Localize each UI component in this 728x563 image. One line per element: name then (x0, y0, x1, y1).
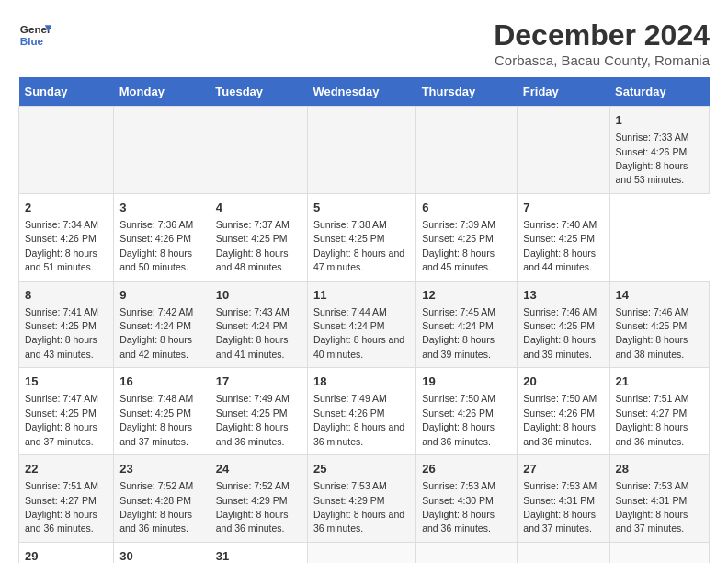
calendar-cell-day-30: 30Sunrise: 7:54 AMSunset: 4:33 PMDayligh… (114, 542, 210, 563)
header-day-monday: Monday (114, 77, 210, 107)
calendar-cell-day-24: 24Sunrise: 7:52 AMSunset: 4:29 PMDayligh… (210, 455, 307, 543)
calendar-cell-empty (416, 107, 518, 194)
calendar-cell-day-31: 31Sunrise: 7:54 AMSunset: 4:34 PMDayligh… (210, 542, 307, 563)
calendar-cell-empty (609, 542, 710, 563)
logo-icon: General Blue (18, 18, 51, 52)
calendar-cell-day-29: 29Sunrise: 7:54 AMSunset: 4:32 PMDayligh… (19, 542, 114, 563)
calendar-cell-empty (114, 107, 210, 194)
calendar-row: 15Sunrise: 7:47 AMSunset: 4:25 PMDayligh… (19, 368, 710, 455)
calendar-cell-day-26: 26Sunrise: 7:53 AMSunset: 4:30 PMDayligh… (416, 455, 518, 543)
calendar-row: 1Sunrise: 7:33 AMSunset: 4:26 PMDaylight… (19, 107, 710, 194)
calendar-cell-day-17: 17Sunrise: 7:49 AMSunset: 4:25 PMDayligh… (210, 368, 307, 455)
logo: General Blue (18, 18, 51, 52)
calendar-row: 8Sunrise: 7:41 AMSunset: 4:25 PMDaylight… (19, 281, 710, 368)
calendar-cell-empty (307, 542, 415, 563)
calendar-cell-empty (307, 107, 415, 194)
calendar-cell-day-9: 9Sunrise: 7:42 AMSunset: 4:24 PMDaylight… (114, 281, 210, 368)
page-title: December 2024 (494, 18, 710, 52)
calendar-cell-day-8: 8Sunrise: 7:41 AMSunset: 4:25 PMDaylight… (19, 281, 114, 368)
calendar-cell-day-2: 2Sunrise: 7:34 AMSunset: 4:26 PMDaylight… (19, 193, 114, 281)
calendar-cell-day-28: 28Sunrise: 7:53 AMSunset: 4:31 PMDayligh… (609, 455, 710, 543)
page-subtitle: Corbasca, Bacau County, Romania (494, 52, 710, 68)
calendar-cell-day-7: 7Sunrise: 7:40 AMSunset: 4:25 PMDaylight… (518, 193, 609, 281)
header-day-thursday: Thursday (416, 77, 518, 107)
calendar-cell-day-4: 4Sunrise: 7:37 AMSunset: 4:25 PMDaylight… (210, 193, 307, 281)
svg-text:Blue: Blue (20, 35, 44, 47)
header-day-friday: Friday (518, 77, 609, 107)
header-day-saturday: Saturday (609, 77, 710, 107)
header-day-tuesday: Tuesday (210, 77, 307, 107)
calendar-row: 2Sunrise: 7:34 AMSunset: 4:26 PMDaylight… (19, 193, 710, 281)
header-day-sunday: Sunday (19, 77, 114, 107)
svg-text:General: General (20, 23, 51, 35)
calendar-cell-empty (210, 107, 307, 194)
calendar-cell-empty (518, 542, 609, 563)
calendar-cell-day-16: 16Sunrise: 7:48 AMSunset: 4:25 PMDayligh… (114, 368, 210, 455)
calendar-cell-day-18: 18Sunrise: 7:49 AMSunset: 4:26 PMDayligh… (307, 368, 415, 455)
calendar-row: 29Sunrise: 7:54 AMSunset: 4:32 PMDayligh… (19, 542, 710, 563)
calendar-cell-day-22: 22Sunrise: 7:51 AMSunset: 4:27 PMDayligh… (19, 455, 114, 543)
calendar-cell-day-15: 15Sunrise: 7:47 AMSunset: 4:25 PMDayligh… (19, 368, 114, 455)
calendar-cell-day-12: 12Sunrise: 7:45 AMSunset: 4:24 PMDayligh… (416, 281, 518, 368)
calendar-cell-day-5: 5Sunrise: 7:38 AMSunset: 4:25 PMDaylight… (307, 193, 415, 281)
calendar-cell-day-25: 25Sunrise: 7:53 AMSunset: 4:29 PMDayligh… (307, 455, 415, 543)
header-day-wednesday: Wednesday (307, 77, 415, 107)
calendar-cell-day-3: 3Sunrise: 7:36 AMSunset: 4:26 PMDaylight… (114, 193, 210, 281)
calendar-cell-day-27: 27Sunrise: 7:53 AMSunset: 4:31 PMDayligh… (518, 455, 609, 543)
calendar-cell-day-1: 1Sunrise: 7:33 AMSunset: 4:26 PMDaylight… (609, 107, 710, 194)
calendar-cell-day-14: 14Sunrise: 7:46 AMSunset: 4:25 PMDayligh… (609, 281, 710, 368)
calendar-cell-day-23: 23Sunrise: 7:52 AMSunset: 4:28 PMDayligh… (114, 455, 210, 543)
calendar-cell-empty (518, 107, 609, 194)
calendar-table: SundayMondayTuesdayWednesdayThursdayFrid… (18, 77, 710, 563)
calendar-cell-empty (19, 107, 114, 194)
calendar-cell-day-20: 20Sunrise: 7:50 AMSunset: 4:26 PMDayligh… (518, 368, 609, 455)
header-row: SundayMondayTuesdayWednesdayThursdayFrid… (19, 77, 710, 107)
calendar-cell-empty (416, 542, 518, 563)
calendar-row: 22Sunrise: 7:51 AMSunset: 4:27 PMDayligh… (19, 455, 710, 543)
page-header: General Blue December 2024 Corbasca, Bac… (18, 18, 710, 68)
title-area: December 2024 Corbasca, Bacau County, Ro… (494, 18, 710, 68)
calendar-cell-day-21: 21Sunrise: 7:51 AMSunset: 4:27 PMDayligh… (609, 368, 710, 455)
calendar-cell-day-13: 13Sunrise: 7:46 AMSunset: 4:25 PMDayligh… (518, 281, 609, 368)
calendar-cell-day-19: 19Sunrise: 7:50 AMSunset: 4:26 PMDayligh… (416, 368, 518, 455)
calendar-cell-day-6: 6Sunrise: 7:39 AMSunset: 4:25 PMDaylight… (416, 193, 518, 281)
calendar-cell-day-10: 10Sunrise: 7:43 AMSunset: 4:24 PMDayligh… (210, 281, 307, 368)
calendar-cell-day-11: 11Sunrise: 7:44 AMSunset: 4:24 PMDayligh… (307, 281, 415, 368)
